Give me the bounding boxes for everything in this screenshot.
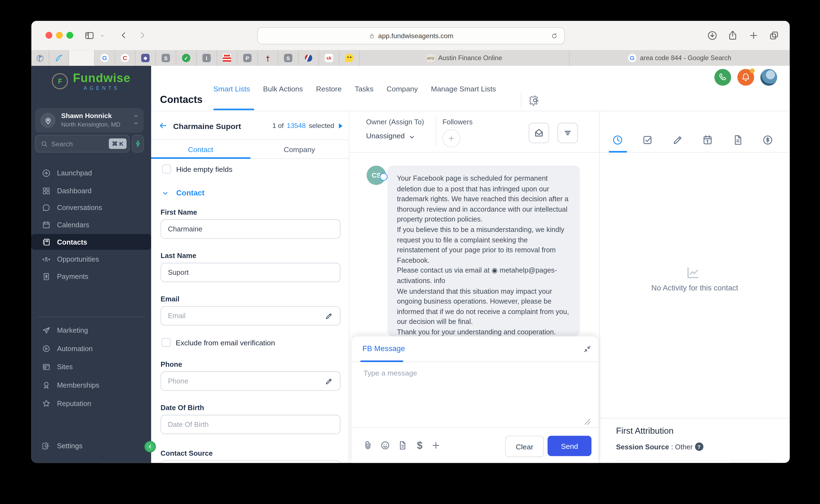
- hide-empty-fields-checkbox[interactable]: [162, 164, 171, 173]
- owner-value[interactable]: Unassigned: [366, 132, 405, 140]
- bookmark-tab-c[interactable]: C: [115, 50, 135, 66]
- exclude-email-verification-checkbox[interactable]: [161, 338, 170, 347]
- tab-appointments-calendar-icon[interactable]: [702, 134, 713, 146]
- collapse-composer-icon[interactable]: [583, 345, 591, 353]
- bookmark-tab-cross[interactable]: †: [258, 50, 278, 66]
- contact-source-field[interactable]: [160, 460, 341, 463]
- sidebar-item-memberships[interactable]: Memberships: [31, 377, 151, 393]
- sidebar-item-launchpad[interactable]: Launchpad: [31, 165, 151, 181]
- tab-austin-finance[interactable]: AFO Austin Finance Online: [360, 50, 569, 66]
- sidebar-item-contacts[interactable]: Contacts: [31, 234, 151, 250]
- sidebar-item-conversations[interactable]: Conversations: [31, 200, 151, 215]
- collapse-sidebar-button[interactable]: [144, 441, 156, 452]
- smart-list-settings-gear-icon[interactable]: [529, 94, 541, 106]
- email-field[interactable]: [160, 306, 341, 325]
- bookmark-tab-s1[interactable]: S: [156, 50, 176, 66]
- first-united-favicon: [305, 54, 313, 62]
- account-switcher[interactable]: Shawn Honnick North Kensington, MD: [35, 108, 144, 133]
- more-plus-icon[interactable]: [431, 440, 441, 450]
- bookmark-tab-check[interactable]: ✓: [176, 50, 196, 66]
- sidebar-item-calendars[interactable]: Calendars: [31, 217, 151, 233]
- avatar[interactable]: [760, 69, 777, 86]
- emoji-smiley-icon[interactable]: [380, 440, 390, 450]
- zoom-window-button[interactable]: [66, 32, 73, 39]
- tab-bulk-actions[interactable]: Bulk Actions: [263, 84, 303, 93]
- bookmark-tab-sk[interactable]: sk: [319, 50, 339, 66]
- tab-company[interactable]: Company: [250, 140, 349, 158]
- address-bar[interactable]: app.fundwiseagents.com: [257, 27, 565, 44]
- sidebar-toggle-icon[interactable]: [84, 30, 94, 41]
- new-tab-button[interactable]: [748, 30, 759, 41]
- contact-section-label[interactable]: Contact: [176, 189, 204, 197]
- sidebar-item-marketing[interactable]: Marketing: [31, 322, 151, 338]
- phone-button[interactable]: [715, 69, 731, 86]
- sidebar-item-settings[interactable]: Settings: [31, 438, 151, 453]
- tab-google-search[interactable]: G area code 844 - Google Search: [569, 50, 790, 66]
- clear-button[interactable]: Clear: [505, 436, 544, 457]
- last-name-field[interactable]: [160, 263, 341, 282]
- tab-notes-pencil-icon[interactable]: [672, 134, 684, 146]
- filter-conversation-button[interactable]: [557, 123, 578, 143]
- downloads-button[interactable]: [707, 30, 718, 41]
- sidebar-search[interactable]: Search ⌘ K: [35, 135, 130, 153]
- tab-overview-button[interactable]: [769, 30, 779, 41]
- resize-handle[interactable]: [585, 419, 590, 425]
- pinned-tab-1[interactable]: [31, 50, 49, 66]
- sidebar-item-dashboard[interactable]: Dashboard: [31, 183, 151, 198]
- chevron-down-icon[interactable]: [100, 33, 104, 38]
- reload-icon[interactable]: [551, 32, 558, 40]
- quick-actions-button[interactable]: [132, 135, 144, 153]
- pinned-tab-2[interactable]: [49, 50, 69, 66]
- close-window-button[interactable]: [46, 32, 52, 39]
- message-input[interactable]: [362, 368, 584, 422]
- tab-activity-clock-icon[interactable]: [612, 134, 624, 146]
- forward-button[interactable]: [138, 31, 147, 40]
- notifications-button[interactable]: [737, 69, 754, 86]
- edit-email-icon[interactable]: [325, 312, 333, 320]
- pagination-count[interactable]: 13548: [287, 122, 306, 130]
- minimize-window-button[interactable]: [56, 32, 63, 39]
- payment-dollar-icon[interactable]: $: [415, 440, 425, 450]
- date-of-birth-field[interactable]: [160, 415, 341, 434]
- sk-favicon: sk: [325, 54, 333, 62]
- bookmark-tab-p[interactable]: P: [238, 50, 258, 66]
- section-chevron-down-icon[interactable]: [161, 190, 169, 197]
- tab-payments-dollar-icon[interactable]: [762, 134, 774, 146]
- active-tab[interactable]: [69, 50, 94, 66]
- sidebar-item-automation[interactable]: Automation: [31, 341, 151, 356]
- tab-smart-lists[interactable]: Smart Lists: [213, 84, 250, 93]
- bookmark-tab-smiley[interactable]: [339, 50, 360, 66]
- email-conversation-button[interactable]: [529, 123, 549, 143]
- bookmark-tab-google[interactable]: G: [94, 50, 115, 66]
- send-button[interactable]: Send: [548, 436, 591, 456]
- tab-tasks[interactable]: Tasks: [355, 84, 373, 93]
- bookmark-tab-shield[interactable]: ◈: [135, 50, 156, 66]
- help-question-icon[interactable]: ?: [695, 443, 703, 451]
- first-name-field[interactable]: [160, 219, 341, 239]
- back-arrow-icon[interactable]: [158, 121, 167, 130]
- add-follower-button[interactable]: [442, 130, 460, 147]
- phone-field[interactable]: [160, 371, 341, 391]
- sidebar-item-sites[interactable]: Sites: [31, 359, 151, 374]
- bookmark-tab-s2[interactable]: S: [278, 50, 299, 66]
- tab-contact[interactable]: Contact: [151, 140, 250, 158]
- tab-fb-message[interactable]: FB Message: [362, 344, 405, 352]
- tab-documents-file-icon[interactable]: [732, 134, 744, 146]
- bookmark-tab-firstunited[interactable]: [299, 50, 319, 66]
- sidebar-item-payments[interactable]: Payments: [31, 268, 151, 284]
- back-button[interactable]: [119, 31, 128, 40]
- owner-chevron-down-icon[interactable]: [408, 134, 415, 141]
- bookmark-tab-i[interactable]: I: [197, 50, 217, 66]
- sidebar-item-opportunities[interactable]: Opportunities: [31, 251, 151, 267]
- sidebar-item-reputation[interactable]: Reputation: [31, 396, 151, 411]
- next-contact-button[interactable]: [339, 123, 342, 128]
- share-button[interactable]: [727, 30, 738, 41]
- tab-manage-smart-lists[interactable]: Manage Smart Lists: [431, 84, 496, 93]
- bookmark-tab-flag[interactable]: [217, 50, 238, 66]
- attach-paperclip-icon[interactable]: [363, 440, 373, 450]
- tab-company[interactable]: Company: [387, 84, 418, 93]
- tab-tasks-check-square-icon[interactable]: [642, 134, 653, 146]
- tab-restore[interactable]: Restore: [316, 84, 342, 93]
- edit-phone-icon[interactable]: [325, 377, 333, 385]
- template-doc-icon[interactable]: [397, 440, 407, 450]
